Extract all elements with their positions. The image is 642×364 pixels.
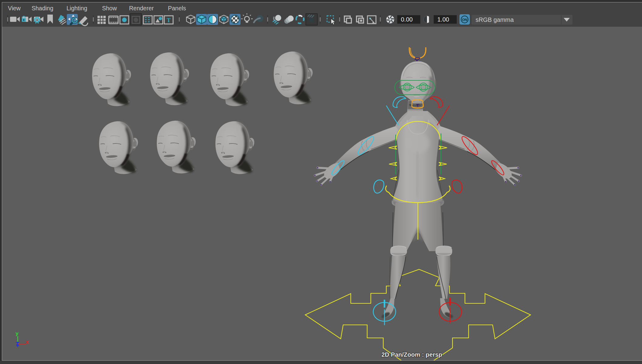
svg-text:T: T: [167, 17, 171, 23]
svg-text:Panels: Panels: [168, 5, 186, 12]
svg-text:Lighting: Lighting: [67, 5, 87, 12]
svg-text:sRGB gamma: sRGB gamma: [476, 16, 514, 23]
svg-text:1.00: 1.00: [437, 16, 449, 23]
svg-text:y: y: [15, 331, 19, 337]
svg-text:x: x: [26, 339, 29, 345]
svg-text:Shading: Shading: [32, 5, 53, 12]
svg-text:0.00: 0.00: [401, 16, 413, 23]
svg-text:2D Pan/Zoom : persp: 2D Pan/Zoom : persp: [381, 351, 442, 358]
svg-text:View: View: [8, 5, 21, 12]
svg-text:Show: Show: [102, 5, 117, 12]
svg-text:ON: ON: [462, 18, 467, 22]
svg-text:Renderer: Renderer: [129, 5, 154, 12]
